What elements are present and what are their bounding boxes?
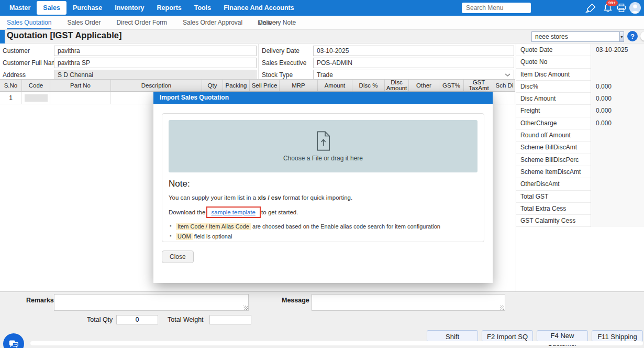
top-nav-item-label: Master xyxy=(9,4,30,12)
cell-code[interactable] xyxy=(22,92,50,104)
items-table-column-header[interactable]: Part No xyxy=(50,80,111,91)
store-selector-input[interactable] xyxy=(531,31,619,42)
stock-type-select[interactable]: Trade xyxy=(313,70,514,80)
paint-brush-icon[interactable] xyxy=(585,2,597,14)
stock-type-label: Stock Type xyxy=(262,70,293,80)
summary-value-field[interactable]: 03-10-2025 xyxy=(591,44,644,56)
items-table-column-header[interactable]: GST% xyxy=(439,80,464,91)
close-button[interactable]: Close xyxy=(162,251,194,263)
sub-nav-item[interactable]: Sales Quotation xyxy=(7,16,51,29)
top-nav-item[interactable]: Tools xyxy=(188,1,217,15)
horizontal-scrollbar[interactable] xyxy=(30,341,643,345)
cell-schdisc[interactable] xyxy=(494,92,515,104)
summary-label: Round off Amount xyxy=(516,129,591,142)
sub-nav-item[interactable]: Sales Order Approval xyxy=(183,16,242,29)
cell-partno[interactable] xyxy=(50,92,111,104)
summary-value-field[interactable] xyxy=(591,154,644,166)
summary-label: Scheme BillDiscPerc xyxy=(516,154,591,166)
delivery-date-label: Delivery Date xyxy=(262,46,299,56)
items-table-column-header[interactable]: Qty xyxy=(202,80,223,91)
items-table-column-header[interactable]: MRP xyxy=(280,80,318,91)
summary-row: Freight 0.000 xyxy=(516,105,644,117)
bullet-uom: UOM field is optional xyxy=(169,233,478,240)
summary-label: OtherDiscAmt xyxy=(516,178,591,190)
items-table-column-header[interactable]: Disc % xyxy=(352,80,385,91)
customer-full-name-input[interactable] xyxy=(54,58,257,68)
help-icon[interactable]: ? xyxy=(627,31,638,41)
note-bullet-list: Item Code / Item Alias Code are choosed … xyxy=(169,223,478,240)
items-table-column-header[interactable]: Packing xyxy=(223,80,250,91)
quote-summary-panel: Quote Date 03-10-2025 Quote No Item Disc… xyxy=(516,44,644,291)
summary-value-field[interactable]: 0.000 xyxy=(591,105,644,117)
summary-value-field[interactable] xyxy=(591,69,644,81)
function-key-button[interactable]: Shift xyxy=(427,330,478,342)
summary-value-field[interactable] xyxy=(591,129,644,142)
summary-value-field[interactable] xyxy=(591,56,644,68)
summary-row: Quote No xyxy=(516,56,644,68)
summary-value-field[interactable] xyxy=(591,203,644,215)
items-table-column-header[interactable]: Sell Price xyxy=(250,80,280,91)
top-nav-item-label: Reports xyxy=(157,4,182,12)
summary-value-field[interactable] xyxy=(591,178,644,190)
total-qty-input[interactable] xyxy=(116,315,158,324)
summary-value-field[interactable] xyxy=(591,142,644,154)
sub-nav-more[interactable]: More ▼ xyxy=(258,16,279,30)
summary-value-field[interactable] xyxy=(591,166,644,178)
function-key-button[interactable]: F2 Import SQ xyxy=(482,330,533,342)
summary-value-field[interactable]: 0.000 xyxy=(591,93,644,105)
summary-value-field[interactable] xyxy=(591,215,644,227)
summary-label: Freight xyxy=(516,105,591,117)
message-textarea[interactable] xyxy=(312,294,505,311)
sample-template-link[interactable]: sample template xyxy=(212,209,256,215)
sub-nav-item[interactable]: Direct Order Form xyxy=(116,16,167,29)
summary-value-field[interactable]: 0.000 xyxy=(591,81,644,93)
summary-row: Round off Amount xyxy=(516,129,644,142)
summary-row: OtherDiscAmt xyxy=(516,178,644,190)
printer-icon[interactable] xyxy=(616,2,627,14)
items-table-column-header[interactable]: Amount xyxy=(318,80,352,91)
items-table-column-header[interactable]: Description xyxy=(111,80,202,91)
function-key-button[interactable]: F11 Shipping xyxy=(592,330,643,342)
items-table-column-header[interactable]: Code xyxy=(22,80,50,91)
top-nav-item[interactable]: Sales xyxy=(37,1,66,15)
summary-value-field[interactable]: 0.000 xyxy=(591,117,644,129)
sub-nav-item[interactable]: Sales Order xyxy=(67,16,101,29)
top-nav-item[interactable]: Reports xyxy=(151,1,188,15)
summary-label: Total GST xyxy=(516,191,591,203)
user-avatar[interactable] xyxy=(629,2,641,14)
top-nav-item[interactable]: Master xyxy=(3,1,37,15)
remarks-textarea[interactable] xyxy=(54,294,249,311)
formats-bold: xls / csv xyxy=(258,194,281,201)
bullet-item-code: Item Code / Item Alias Code are choosed … xyxy=(169,223,478,230)
items-table-column-header[interactable]: Sch Di xyxy=(494,80,515,91)
store-selector-dropdown-button[interactable]: ▼ xyxy=(619,31,624,42)
code-input[interactable] xyxy=(25,94,48,102)
remarks-label: Remarks xyxy=(26,297,54,304)
top-nav-item[interactable]: Purchase xyxy=(66,1,108,15)
summary-row: GST Calamity Cess xyxy=(516,215,644,227)
form-divider xyxy=(258,44,259,79)
address-input[interactable] xyxy=(54,70,257,80)
modal-title: Import Sales Quotation xyxy=(153,92,493,104)
items-table-column-header[interactable]: Other xyxy=(409,80,439,91)
customer-input[interactable] xyxy=(54,46,257,56)
file-dropzone[interactable]: Choose a File or drag it here xyxy=(169,120,478,172)
message-label: Message xyxy=(282,297,309,304)
total-weight-input[interactable] xyxy=(209,315,251,324)
items-table-column-header[interactable]: GST TaxAmt xyxy=(464,80,494,91)
items-table-column-header[interactable]: S.No xyxy=(0,80,22,91)
items-table-column-header[interactable]: Disc Amount xyxy=(385,80,409,91)
summary-value-field[interactable] xyxy=(591,191,644,203)
summary-label: Scheme ItemDiscAmt xyxy=(516,166,591,178)
page-title: Quotation [IGST Applicable] xyxy=(7,30,121,40)
delivery-date-input[interactable] xyxy=(313,46,514,56)
sub-nav-bar: Sales Quotation Sales Order Direct Order… xyxy=(0,16,644,30)
summary-row: Disc% 0.000 xyxy=(516,81,644,93)
top-nav-item[interactable]: Inventory xyxy=(108,1,150,15)
summary-label: Quote No xyxy=(516,56,591,68)
search-input[interactable] xyxy=(462,3,531,13)
top-nav-item[interactable]: Finance And Accounts xyxy=(217,1,301,15)
sales-executive-label: Sales Executive xyxy=(262,58,306,68)
function-key-button[interactable]: F4 New Customer xyxy=(537,330,588,342)
sales-executive-input[interactable] xyxy=(313,58,514,68)
